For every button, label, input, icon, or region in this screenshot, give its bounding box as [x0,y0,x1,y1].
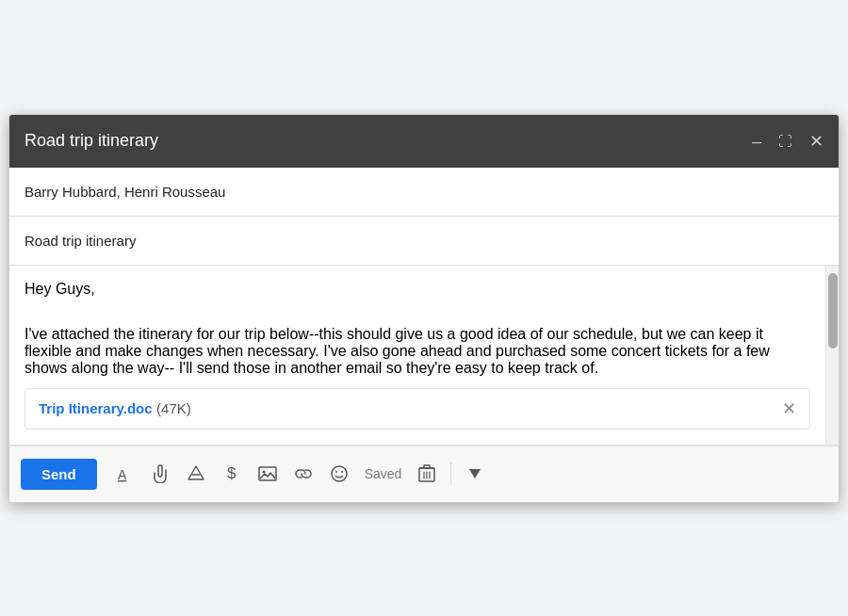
body-greeting: Hey Guys, [24,281,810,298]
attachment-size: (47K) [156,400,191,416]
minimize-icon[interactable]: – [752,133,761,150]
toolbar-divider [450,462,451,485]
svg-point-8 [341,471,343,473]
subject-field[interactable]: Road trip itinerary [9,217,839,266]
to-field[interactable]: Barry Hubbard, Henri Rousseau [9,168,839,217]
image-icon[interactable] [252,458,284,490]
svg-point-7 [335,471,337,473]
svg-text:A: A [118,467,127,482]
svg-marker-17 [469,469,481,478]
delete-icon[interactable] [411,458,443,490]
title-bar-controls: – ⛶ ✕ [752,133,824,150]
scrollbar-thumb[interactable] [828,273,838,349]
subject-value: Road trip itinerary [24,233,136,249]
attachment-item: Trip Itinerary.doc (47K) ✕ [24,388,810,430]
money-icon[interactable]: $ [216,458,248,490]
body-wrapper: Hey Guys, I've attached the itinerary fo… [9,266,839,446]
emoji-icon[interactable] [323,458,355,490]
svg-point-6 [332,466,347,481]
more-options-icon[interactable] [459,458,491,490]
formatting-icon[interactable]: A [108,458,140,490]
maximize-icon[interactable]: ⛶ [778,134,792,148]
drive-icon[interactable] [180,458,212,490]
to-value: Barry Hubbard, Henri Rousseau [24,184,225,200]
svg-point-5 [262,471,265,474]
body-paragraph: I've attached the itinerary for our trip… [24,326,810,377]
compose-window: Road trip itinerary – ⛶ ✕ Barry Hubbard,… [8,114,840,503]
send-button[interactable]: Send [21,459,97,490]
saved-indicator: Saved [365,466,402,481]
compose-title: Road trip itinerary [24,131,158,151]
title-bar: Road trip itinerary – ⛶ ✕ [9,115,839,168]
attachment-name: Trip Itinerary.doc [39,400,153,416]
toolbar: Send A $ [9,446,839,502]
link-icon[interactable] [287,458,319,490]
attachment-remove-button[interactable]: ✕ [782,398,796,419]
attach-icon[interactable] [144,458,176,490]
close-icon[interactable]: ✕ [809,133,824,150]
body-scroll[interactable]: Hey Guys, I've attached the itinerary fo… [9,266,825,445]
svg-rect-1 [158,465,162,477]
svg-marker-2 [188,466,204,479]
scrollbar-track[interactable] [825,266,839,445]
svg-rect-4 [259,467,276,480]
